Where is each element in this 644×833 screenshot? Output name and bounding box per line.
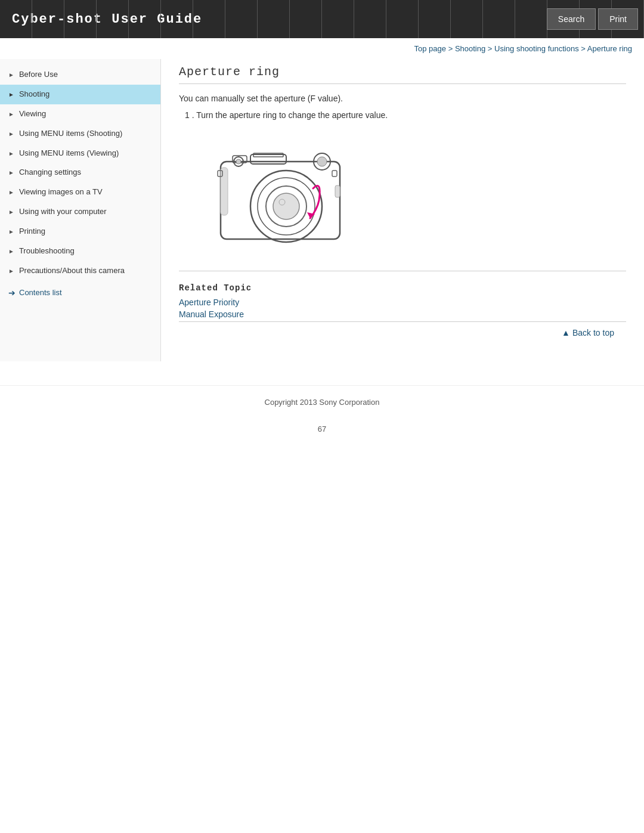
- breadcrumb-top[interactable]: Top page: [414, 44, 447, 53]
- main-content: Aperture ring You can manually set the a…: [161, 59, 644, 361]
- breadcrumb-shooting[interactable]: Shooting: [455, 44, 485, 53]
- arrow-icon: ►: [8, 169, 14, 176]
- arrow-icon: ►: [8, 208, 14, 216]
- svg-rect-12: [221, 168, 228, 215]
- related-link-manual-exposure[interactable]: Manual Exposure: [179, 309, 626, 319]
- copyright-text: Copyright 2013 Sony Corporation: [0, 385, 644, 419]
- arrow-icon: ►: [8, 228, 14, 236]
- related-topic-title: Related Topic: [179, 283, 626, 293]
- related-topic-section: Related Topic Aperture Priority Manual E…: [179, 283, 626, 319]
- breadcrumb-using-shooting[interactable]: Using shooting functions: [494, 44, 579, 53]
- sidebar-item-troubleshooting[interactable]: ► Troubleshooting: [0, 241, 160, 261]
- svg-point-7: [273, 193, 299, 219]
- arrow-icon: ►: [8, 71, 14, 79]
- sidebar-item-label: Viewing: [19, 109, 46, 119]
- sidebar-item-label: Changing settings: [19, 168, 81, 178]
- sidebar-item-precautions[interactable]: ► Precautions/About this camera: [0, 261, 160, 281]
- arrow-icon: ►: [8, 91, 14, 98]
- sidebar-item-before-use[interactable]: ► Before Use: [0, 65, 160, 85]
- arrow-icon: ►: [8, 188, 14, 196]
- back-to-top-row: ▲ Back to top: [179, 321, 626, 343]
- page-number: 67: [0, 419, 644, 439]
- main-layout: ► Before Use ► Shooting ► Viewing ► Usin…: [0, 59, 644, 361]
- arrow-icon: ►: [8, 110, 14, 118]
- svg-rect-15: [332, 171, 337, 176]
- back-to-top-label: Back to top: [572, 328, 614, 337]
- sidebar-item-printing[interactable]: ► Printing: [0, 222, 160, 241]
- sidebar-item-viewing[interactable]: ► Viewing: [0, 104, 160, 124]
- sidebar-item-using-menu-viewing[interactable]: ► Using MENU items (Viewing): [0, 144, 160, 163]
- header-buttons: Search Print: [547, 0, 644, 38]
- sidebar-item-shooting[interactable]: ► Shooting: [0, 85, 160, 104]
- sidebar-item-label: Using MENU items (Shooting): [19, 129, 122, 139]
- sidebar-item-label: Viewing images on a TV: [19, 187, 103, 197]
- site-title: Cyber-shot User Guide: [0, 0, 214, 38]
- sidebar-item-label: Before Use: [19, 70, 58, 80]
- divider: [179, 271, 626, 271]
- triangle-up-icon: ▲: [562, 328, 570, 337]
- back-to-top-link[interactable]: ▲ Back to top: [562, 328, 614, 337]
- contents-list-link[interactable]: ➔ Contents list: [0, 281, 160, 305]
- content-step1: 1 . Turn the aperture ring to change the…: [179, 110, 626, 120]
- related-link-aperture-priority[interactable]: Aperture Priority: [179, 298, 626, 307]
- svg-rect-13: [335, 185, 340, 197]
- camera-illustration: [185, 132, 626, 259]
- content-description: You can manually set the aperture (F val…: [179, 94, 626, 103]
- page-header: Cyber-shot User Guide Search Print: [0, 0, 644, 38]
- sidebar-item-label: Using with your computer: [19, 207, 107, 217]
- page-footer: Copyright 2013 Sony Corporation 67: [0, 385, 644, 439]
- arrow-right-icon: ➔: [8, 288, 16, 298]
- sidebar-item-using-computer[interactable]: ► Using with your computer: [0, 202, 160, 222]
- sidebar: ► Before Use ► Shooting ► Viewing ► Usin…: [0, 59, 161, 361]
- svg-point-17: [317, 157, 327, 166]
- sidebar-item-label: Shooting: [19, 89, 49, 100]
- svg-rect-1: [250, 154, 286, 164]
- camera-svg: [185, 132, 370, 257]
- page-title: Aperture ring: [179, 65, 626, 84]
- contents-link-label: Contents list: [19, 288, 62, 297]
- breadcrumb: Top page > Shooting > Using shooting fun…: [0, 38, 644, 59]
- sidebar-item-label: Troubleshooting: [19, 246, 75, 256]
- sidebar-item-label: Using MENU items (Viewing): [19, 148, 119, 159]
- arrow-icon: ►: [8, 267, 14, 275]
- sidebar-item-label: Printing: [19, 227, 45, 237]
- svg-point-11: [236, 159, 241, 164]
- sidebar-item-label: Precautions/About this camera: [19, 266, 125, 276]
- arrow-icon: ►: [8, 150, 14, 157]
- sidebar-item-changing-settings[interactable]: ► Changing settings: [0, 163, 160, 182]
- sidebar-item-viewing-tv[interactable]: ► Viewing images on a TV: [0, 182, 160, 202]
- sidebar-item-using-menu-shooting[interactable]: ► Using MENU items (Shooting): [0, 124, 160, 144]
- arrow-icon: ►: [8, 130, 14, 138]
- print-button[interactable]: Print: [598, 8, 638, 30]
- search-button[interactable]: Search: [547, 8, 596, 30]
- breadcrumb-current: Aperture ring: [587, 44, 632, 53]
- arrow-icon: ►: [8, 247, 14, 255]
